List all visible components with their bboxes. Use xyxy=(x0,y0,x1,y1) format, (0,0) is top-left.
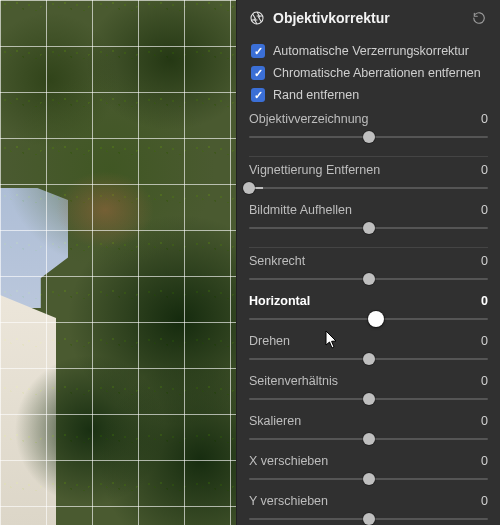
reset-icon[interactable] xyxy=(470,9,488,27)
slider-thumb[interactable] xyxy=(363,273,375,285)
lens-correction-panel: Objektivkorrektur Automatische Verzerrun… xyxy=(236,0,500,525)
slider-value: 0 xyxy=(481,163,488,177)
checkmark-icon[interactable] xyxy=(251,66,265,80)
slider-value: 0 xyxy=(481,494,488,508)
slider-thumb[interactable] xyxy=(363,393,375,405)
slider-track-centerlight[interactable] xyxy=(249,219,488,237)
slider-thumb[interactable] xyxy=(363,222,375,234)
checkmark-icon[interactable] xyxy=(251,88,265,102)
panel-title: Objektivkorrektur xyxy=(273,10,462,26)
slider-value: 0 xyxy=(481,112,488,126)
slider-vertical: Senkrecht0 xyxy=(249,254,488,288)
slider-label: Drehen xyxy=(249,334,290,348)
slider-label: Y verschieben xyxy=(249,494,328,508)
checkmark-icon[interactable] xyxy=(251,44,265,58)
slider-devignette: Vignettierung Entfernen0 xyxy=(249,163,488,197)
slider-label: Objektivverzeichnung xyxy=(249,112,369,126)
checkbox-label: Chromatische Aberrationen entfernen xyxy=(273,66,481,80)
slider-track-scale[interactable] xyxy=(249,430,488,448)
slider-value: 0 xyxy=(481,454,488,468)
slider-thumb[interactable] xyxy=(243,182,255,194)
slider-label: Senkrecht xyxy=(249,254,305,268)
slider-thumb[interactable] xyxy=(363,131,375,143)
slider-track-aspect[interactable] xyxy=(249,390,488,408)
slider-value: 0 xyxy=(481,374,488,388)
slider-thumb[interactable] xyxy=(363,513,375,525)
slider-track-rotate[interactable] xyxy=(249,350,488,368)
slider-value: 0 xyxy=(481,203,488,217)
slider-value: 0 xyxy=(481,414,488,428)
slider-track-horizontal[interactable] xyxy=(249,310,488,328)
slider-value: 0 xyxy=(481,254,488,268)
track xyxy=(249,187,488,189)
slider-distortion: Objektivverzeichnung0 xyxy=(249,112,488,146)
slider-label: Seitenverhältnis xyxy=(249,374,338,388)
slider-rotate: Drehen0 xyxy=(249,334,488,368)
checkbox-label: Rand entfernen xyxy=(273,88,359,102)
slider-thumb[interactable] xyxy=(363,433,375,445)
slider-thumb[interactable] xyxy=(363,353,375,365)
separator xyxy=(249,247,488,248)
slider-centerlight: Bildmitte Aufhellen0 xyxy=(249,203,488,237)
checkbox-1[interactable]: Chromatische Aberrationen entfernen xyxy=(251,62,488,84)
slider-yshift: Y verschieben0 xyxy=(249,494,488,525)
slider-label: Horizontal xyxy=(249,294,310,308)
slider-track-devignette[interactable] xyxy=(249,179,488,197)
separator xyxy=(249,156,488,157)
slider-track-yshift[interactable] xyxy=(249,510,488,525)
svg-point-0 xyxy=(251,12,263,24)
checkbox-label: Automatische Verzerrungskorrektur xyxy=(273,44,469,58)
slider-label: Skalieren xyxy=(249,414,301,428)
slider-track-xshift[interactable] xyxy=(249,470,488,488)
aperture-icon xyxy=(249,10,265,26)
slider-aspect: Seitenverhältnis0 xyxy=(249,374,488,408)
slider-label: Vignettierung Entfernen xyxy=(249,163,380,177)
checkbox-2[interactable]: Rand entfernen xyxy=(251,84,488,106)
slider-value: 0 xyxy=(481,334,488,348)
checkbox-0[interactable]: Automatische Verzerrungskorrektur xyxy=(251,40,488,62)
slider-track-distortion[interactable] xyxy=(249,128,488,146)
slider-horizontal: Horizontal0 xyxy=(249,294,488,328)
slider-thumb[interactable] xyxy=(368,311,384,327)
image-preview[interactable] xyxy=(0,0,236,525)
slider-label: Bildmitte Aufhellen xyxy=(249,203,352,217)
slider-scale: Skalieren0 xyxy=(249,414,488,448)
slider-track-vertical[interactable] xyxy=(249,270,488,288)
photo-content xyxy=(0,0,236,525)
slider-label: X verschieben xyxy=(249,454,328,468)
slider-xshift: X verschieben0 xyxy=(249,454,488,488)
slider-value: 0 xyxy=(481,294,488,308)
slider-thumb[interactable] xyxy=(363,473,375,485)
